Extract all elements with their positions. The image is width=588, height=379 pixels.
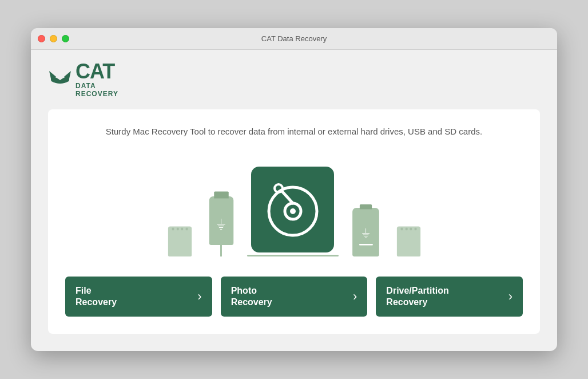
tagline: Sturdy Mac Recovery Tool to recover data… bbox=[65, 127, 523, 136]
photo-recovery-label: PhotoRecovery bbox=[231, 285, 347, 309]
buttons-row: FileRecovery › PhotoRecovery › Drive/Par… bbox=[65, 277, 523, 317]
minimize-button[interactable] bbox=[50, 35, 57, 42]
logo-text: CAT DATARECOVERY bbox=[76, 61, 118, 98]
maximize-button[interactable] bbox=[62, 35, 69, 42]
window-body: CAT DATARECOVERY Sturdy Mac Recovery Too… bbox=[31, 50, 557, 352]
main-panel: Sturdy Mac Recovery Tool to recover data… bbox=[48, 109, 540, 334]
window-title: CAT Data Recovery bbox=[261, 34, 327, 43]
svg-line-3 bbox=[281, 191, 293, 203]
file-recovery-button[interactable]: FileRecovery › bbox=[65, 277, 212, 317]
title-bar: CAT Data Recovery bbox=[31, 28, 557, 50]
illustration: ⏚ bbox=[65, 153, 523, 256]
hard-drive bbox=[247, 167, 339, 256]
file-recovery-arrow-icon: › bbox=[197, 289, 201, 304]
svg-point-2 bbox=[290, 208, 296, 214]
cat-ears-icon bbox=[48, 69, 72, 90]
header: CAT DATARECOVERY bbox=[48, 61, 540, 98]
window-controls bbox=[38, 35, 69, 42]
close-button[interactable] bbox=[38, 35, 45, 42]
drive-partition-recovery-arrow-icon: › bbox=[508, 289, 512, 304]
photo-recovery-button[interactable]: PhotoRecovery › bbox=[221, 277, 368, 317]
usb-left: ⏚ bbox=[207, 188, 236, 256]
logo-cat: CAT bbox=[76, 61, 118, 82]
logo: CAT DATARECOVERY bbox=[48, 61, 118, 98]
hdd-icon bbox=[261, 178, 324, 241]
logo-data: DATARECOVERY bbox=[76, 82, 118, 98]
drive-partition-recovery-button[interactable]: Drive/PartitionRecovery › bbox=[376, 277, 523, 317]
sd-card-left bbox=[168, 227, 191, 257]
usb-right: ⏚ bbox=[350, 199, 382, 256]
sd-card-right bbox=[396, 227, 420, 257]
app-window: CAT Data Recovery CAT DATARECOVERY Stur bbox=[31, 28, 557, 352]
file-recovery-label: FileRecovery bbox=[76, 285, 192, 309]
drive-partition-recovery-label: Drive/PartitionRecovery bbox=[386, 285, 502, 309]
photo-recovery-arrow-icon: › bbox=[353, 289, 357, 304]
